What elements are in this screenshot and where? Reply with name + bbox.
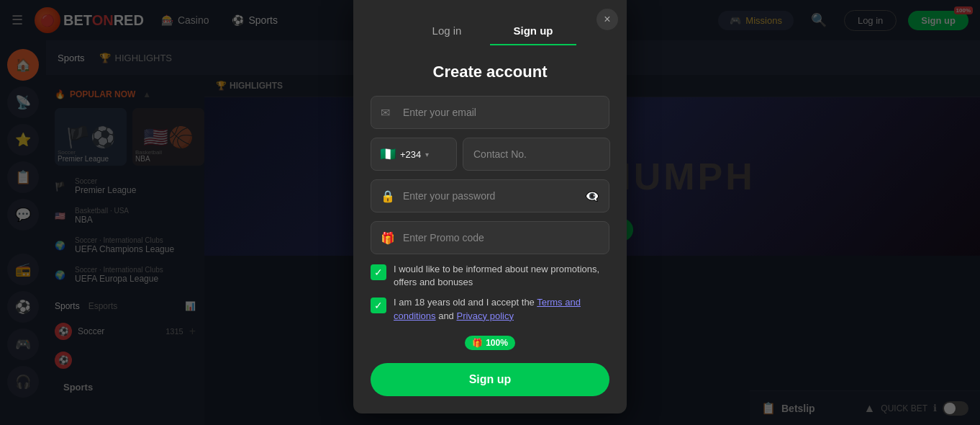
country-code-label: +234 xyxy=(400,149,421,160)
checkbox-promotions[interactable]: ✓ xyxy=(371,264,386,280)
country-code-select[interactable]: 🇳🇬 +234 ▾ xyxy=(371,138,457,171)
phone-input[interactable] xyxy=(463,138,610,171)
checkmark-icon-2: ✓ xyxy=(374,300,383,311)
flag-icon: 🇳🇬 xyxy=(380,146,396,162)
tab-login[interactable]: Log in xyxy=(404,17,490,45)
password-input[interactable] xyxy=(371,179,609,212)
email-input[interactable] xyxy=(371,96,609,129)
password-input-group: 🔒 👁‍🗨 xyxy=(371,179,609,212)
chevron-down-icon: ▾ xyxy=(425,151,429,158)
signup-submit-label: Sign up xyxy=(469,373,512,385)
checkbox-promotions-row: ✓ I would like to be informed about new … xyxy=(371,263,609,289)
email-input-group: ✉ xyxy=(371,96,609,129)
close-icon: × xyxy=(604,13,610,26)
email-icon: ✉ xyxy=(381,106,390,120)
promo-badge-icon: 🎁 xyxy=(472,338,483,348)
promotions-label: I would like to be informed about new pr… xyxy=(394,263,609,289)
tab-signup[interactable]: Sign up xyxy=(490,17,576,45)
signup-submit-button[interactable]: Sign up xyxy=(371,363,609,396)
gift-icon: 🎁 xyxy=(381,231,395,245)
promo-badge: 🎁 100% xyxy=(465,336,515,350)
checkmark-icon: ✓ xyxy=(374,267,383,278)
modal-tabs: Log in Sign up xyxy=(371,17,609,45)
modal-overlay[interactable]: Log in Sign up × Create account ✉ 🇳🇬 +23… xyxy=(0,0,980,425)
create-account-modal: Log in Sign up × Create account ✉ 🇳🇬 +23… xyxy=(353,0,627,413)
modal-close-button[interactable]: × xyxy=(596,9,618,30)
terms-label: I am 18 years old and I accept the Terms… xyxy=(394,296,609,322)
promo-input-group: 🎁 xyxy=(371,221,609,254)
phone-row: 🇳🇬 +234 ▾ xyxy=(371,138,609,171)
eye-icon[interactable]: 👁‍🗨 xyxy=(585,189,599,203)
lock-icon: 🔒 xyxy=(381,189,395,203)
promo-input[interactable] xyxy=(371,221,609,254)
promo-badge-container: 🎁 100% xyxy=(371,330,609,356)
promo-badge-text: 100% xyxy=(486,338,508,348)
checkbox-terms-row: ✓ I am 18 years old and I accept the Ter… xyxy=(371,296,609,322)
modal-title: Create account xyxy=(371,63,609,81)
checkbox-terms[interactable]: ✓ xyxy=(371,298,386,313)
privacy-link[interactable]: Privacy policy xyxy=(456,310,513,321)
